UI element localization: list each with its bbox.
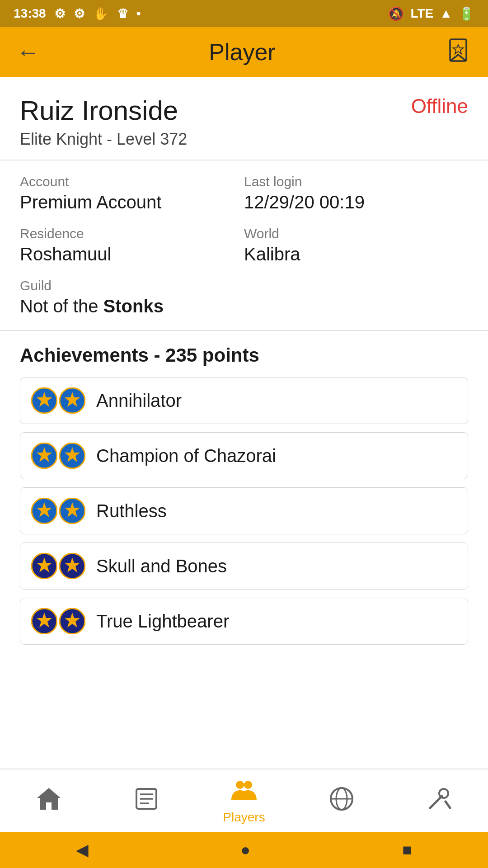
account-value: Premium Account — [20, 192, 244, 212]
residence-value: Roshamuul — [20, 244, 244, 264]
lastlogin-cell: Last login 12/29/20 00:19 — [244, 174, 468, 212]
achievement-name: Champion of Chazorai — [96, 446, 276, 466]
achievement-name: Skull and Bones — [96, 556, 227, 576]
world-label: World — [244, 226, 468, 241]
nav-item-world[interactable] — [305, 785, 378, 816]
player-status: Offline — [411, 95, 468, 118]
account-cell: Account Premium Account — [20, 174, 244, 212]
home-icon — [35, 785, 62, 816]
achievements-section: Achievements - 235 points Annihilator Ch… — [0, 331, 488, 666]
status-time: 13:38 — [14, 6, 46, 21]
achievements-title: Achievements - 235 points — [20, 344, 468, 366]
achievement-item[interactable]: Skull and Bones — [20, 542, 468, 590]
players-icon — [230, 777, 258, 807]
nav-item-home[interactable] — [13, 785, 85, 816]
guild-value: Not of the Stonks — [20, 296, 468, 316]
lte-label: LTE — [410, 6, 433, 21]
player-details: Account Premium Account Last login 12/29… — [0, 160, 488, 331]
svg-marker-22 — [37, 788, 61, 810]
achievement-item[interactable]: Ruthless — [20, 487, 468, 534]
residence-row: Residence Roshamuul World Kalibra — [20, 226, 468, 264]
guild-row: Guild Not of the Stonks — [20, 278, 468, 316]
back-button[interactable]: ← — [16, 38, 40, 66]
dot-icon: • — [136, 6, 141, 21]
achievements-list: Annihilator Champion of Chazorai Ruthles… — [20, 377, 468, 645]
sys-recent-button[interactable]: ■ — [402, 840, 412, 859]
svg-point-33 — [439, 789, 448, 798]
crown-icon: ♛ — [117, 6, 128, 21]
battery-icon: 🔋 — [459, 6, 474, 21]
achievement-item[interactable]: Champion of Chazorai — [20, 432, 468, 479]
achievement-star-icon — [31, 553, 57, 579]
svg-marker-1 — [453, 45, 463, 54]
guild-cell: Guild Not of the Stonks — [20, 278, 468, 316]
account-label: Account — [20, 174, 244, 189]
achievement-stars — [31, 608, 85, 634]
nav-items-container: Players — [0, 777, 488, 825]
achievement-stars — [31, 387, 85, 414]
bluetooth-icon: ✋ — [93, 6, 109, 21]
guild-pre: Not of the — [20, 296, 103, 316]
settings2-icon: ⚙ — [74, 6, 85, 21]
account-row: Account Premium Account Last login 12/29… — [20, 174, 468, 212]
bookmark-button[interactable] — [445, 37, 472, 67]
bookmark-icon — [445, 37, 472, 64]
app-bar: ← Player — [0, 27, 488, 77]
svg-line-32 — [430, 796, 442, 808]
tools-icon — [426, 785, 453, 816]
nav-item-players[interactable]: Players — [208, 777, 280, 825]
achievement-name: Annihilator — [96, 391, 182, 411]
achievement-star-icon — [31, 387, 57, 414]
achievement-star-icon — [31, 443, 57, 469]
achievement-star-icon — [59, 553, 85, 579]
player-name: Ruiz Ironside — [20, 95, 178, 126]
news-icon — [133, 785, 160, 816]
bottom-nav: Players — [0, 769, 488, 832]
svg-rect-0 — [450, 39, 466, 61]
nav-label-players: Players — [223, 810, 265, 825]
svg-line-34 — [446, 802, 450, 808]
settings1-icon: ⚙ — [54, 6, 66, 21]
world-icon — [328, 785, 355, 816]
signal-icon: ▲ — [440, 6, 452, 21]
lastlogin-value: 12/29/20 00:19 — [244, 192, 468, 212]
achievement-stars — [31, 498, 85, 524]
achievement-name: Ruthless — [96, 501, 167, 521]
player-header: Ruiz Ironside Offline Elite Knight - Lev… — [0, 77, 488, 160]
guild-name: Stonks — [103, 296, 164, 316]
nav-item-tools[interactable] — [403, 785, 475, 816]
system-nav: ◀ ● ■ — [0, 832, 488, 868]
residence-cell: Residence Roshamuul — [20, 226, 244, 264]
achievement-stars — [31, 443, 85, 469]
page-title: Player — [209, 38, 275, 66]
achievement-star-icon — [59, 387, 85, 414]
achievement-star-icon — [59, 608, 85, 634]
lastlogin-label: Last login — [244, 174, 468, 189]
status-bar: 13:38 ⚙ ⚙ ✋ ♛ • 🔕 LTE ▲ 🔋 — [0, 0, 488, 27]
svg-point-28 — [244, 781, 252, 789]
residence-label: Residence — [20, 226, 244, 241]
sys-back-button[interactable]: ◀ — [76, 840, 89, 859]
world-value: Kalibra — [244, 244, 468, 264]
svg-point-27 — [236, 781, 244, 789]
achievement-star-icon — [31, 498, 57, 524]
player-vocation: Elite Knight - Level 372 — [20, 130, 468, 149]
achievement-star-icon — [59, 443, 85, 469]
guild-label: Guild — [20, 278, 468, 293]
achievement-star-icon — [59, 498, 85, 524]
nav-item-news[interactable] — [110, 785, 183, 816]
world-cell: World Kalibra — [244, 226, 468, 264]
achievement-name: True Lightbearer — [96, 611, 229, 632]
achievement-star-icon — [31, 608, 57, 634]
achievement-item[interactable]: True Lightbearer — [20, 598, 468, 645]
achievement-stars — [31, 553, 85, 579]
sys-home-button[interactable]: ● — [240, 840, 250, 859]
mute-icon: 🔕 — [388, 6, 404, 21]
achievement-item[interactable]: Annihilator — [20, 377, 468, 424]
